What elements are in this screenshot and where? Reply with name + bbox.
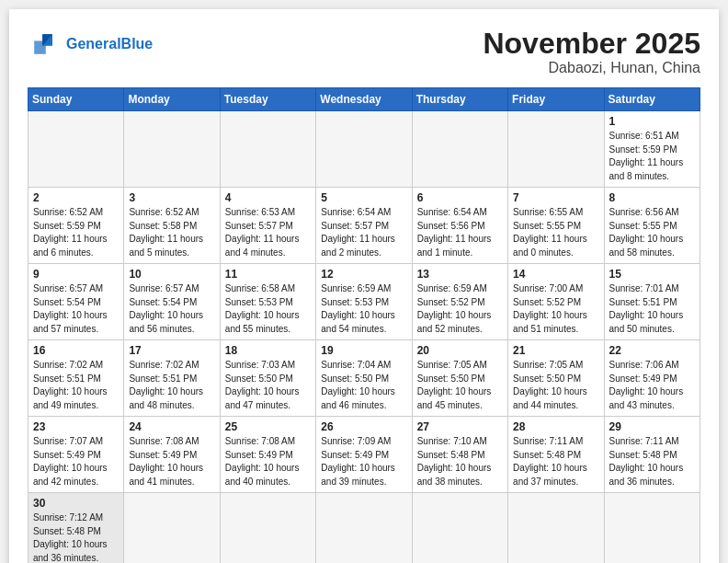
day-info: Sunrise: 7:02 AM Sunset: 5:51 PM Dayligh… bbox=[33, 359, 119, 412]
calendar-cell bbox=[124, 493, 220, 563]
day-info: Sunrise: 6:55 AM Sunset: 5:55 PM Dayligh… bbox=[513, 206, 598, 259]
day-info: Sunrise: 7:02 AM Sunset: 5:51 PM Dayligh… bbox=[129, 359, 214, 412]
weekday-header-wednesday: Wednesday bbox=[316, 88, 412, 111]
calendar-cell: 19Sunrise: 7:04 AM Sunset: 5:50 PM Dayli… bbox=[316, 340, 412, 417]
calendar-cell bbox=[316, 111, 412, 188]
calendar-cell bbox=[28, 111, 124, 188]
day-number: 26 bbox=[321, 420, 406, 433]
day-number: 17 bbox=[129, 344, 214, 357]
calendar-grid: SundayMondayTuesdayWednesdayThursdayFrid… bbox=[28, 87, 700, 563]
day-number: 15 bbox=[609, 268, 695, 281]
day-number: 27 bbox=[417, 420, 503, 433]
day-number: 4 bbox=[225, 191, 311, 204]
day-number: 7 bbox=[513, 191, 598, 204]
calendar-cell: 11Sunrise: 6:58 AM Sunset: 5:53 PM Dayli… bbox=[220, 264, 315, 340]
logo-blue: Blue bbox=[121, 36, 154, 52]
calendar-cell: 6Sunrise: 6:54 AM Sunset: 5:56 PM Daylig… bbox=[412, 188, 507, 264]
day-info: Sunrise: 7:03 AM Sunset: 5:50 PM Dayligh… bbox=[225, 359, 311, 412]
day-number: 5 bbox=[321, 191, 406, 204]
day-number: 11 bbox=[225, 268, 311, 281]
calendar-cell: 17Sunrise: 7:02 AM Sunset: 5:51 PM Dayli… bbox=[124, 340, 220, 417]
day-info: Sunrise: 7:04 AM Sunset: 5:50 PM Dayligh… bbox=[321, 359, 406, 412]
title-block: November 2025 Dabaozi, Hunan, China bbox=[483, 28, 700, 76]
location-title: Dabaozi, Hunan, China bbox=[483, 60, 700, 76]
calendar-cell bbox=[220, 493, 315, 563]
calendar-cell: 21Sunrise: 7:05 AM Sunset: 5:50 PM Dayli… bbox=[508, 340, 604, 417]
day-info: Sunrise: 6:54 AM Sunset: 5:57 PM Dayligh… bbox=[321, 206, 406, 259]
day-number: 24 bbox=[129, 420, 214, 433]
calendar-cell: 30Sunrise: 7:12 AM Sunset: 5:48 PM Dayli… bbox=[28, 493, 124, 563]
day-info: Sunrise: 7:09 AM Sunset: 5:49 PM Dayligh… bbox=[321, 435, 406, 488]
day-info: Sunrise: 7:11 AM Sunset: 5:48 PM Dayligh… bbox=[513, 435, 598, 488]
day-number: 8 bbox=[609, 191, 695, 204]
calendar-cell bbox=[604, 493, 700, 563]
logo-icon bbox=[28, 28, 61, 61]
calendar-cell: 1Sunrise: 6:51 AM Sunset: 5:59 PM Daylig… bbox=[604, 111, 700, 188]
day-number: 23 bbox=[33, 420, 119, 433]
weekday-header-saturday: Saturday bbox=[604, 88, 700, 111]
calendar-cell: 20Sunrise: 7:05 AM Sunset: 5:50 PM Dayli… bbox=[412, 340, 507, 417]
day-info: Sunrise: 7:08 AM Sunset: 5:49 PM Dayligh… bbox=[225, 435, 311, 488]
weekday-header-friday: Friday bbox=[508, 88, 604, 111]
day-number: 2 bbox=[33, 191, 119, 204]
calendar-cell: 14Sunrise: 7:00 AM Sunset: 5:52 PM Dayli… bbox=[508, 264, 604, 340]
calendar-cell bbox=[412, 111, 507, 188]
day-info: Sunrise: 6:58 AM Sunset: 5:53 PM Dayligh… bbox=[225, 282, 311, 336]
day-number: 19 bbox=[321, 344, 406, 357]
calendar-cell: 18Sunrise: 7:03 AM Sunset: 5:50 PM Dayli… bbox=[220, 340, 315, 417]
day-info: Sunrise: 7:01 AM Sunset: 5:51 PM Dayligh… bbox=[609, 282, 695, 336]
calendar-cell bbox=[316, 493, 412, 563]
day-info: Sunrise: 7:10 AM Sunset: 5:48 PM Dayligh… bbox=[417, 435, 503, 488]
weekday-header-thursday: Thursday bbox=[412, 88, 507, 111]
day-number: 14 bbox=[513, 268, 598, 281]
day-info: Sunrise: 7:05 AM Sunset: 5:50 PM Dayligh… bbox=[417, 359, 503, 412]
day-number: 10 bbox=[129, 268, 214, 281]
calendar-cell bbox=[508, 111, 604, 188]
day-number: 28 bbox=[513, 420, 598, 433]
day-number: 22 bbox=[609, 344, 695, 357]
calendar-cell bbox=[124, 111, 220, 188]
day-info: Sunrise: 6:56 AM Sunset: 5:55 PM Dayligh… bbox=[609, 206, 695, 259]
calendar-cell: 24Sunrise: 7:08 AM Sunset: 5:49 PM Dayli… bbox=[124, 417, 220, 493]
day-info: Sunrise: 7:00 AM Sunset: 5:52 PM Dayligh… bbox=[513, 282, 598, 336]
day-info: Sunrise: 7:08 AM Sunset: 5:49 PM Dayligh… bbox=[129, 435, 214, 488]
weekday-header-tuesday: Tuesday bbox=[220, 88, 315, 111]
calendar-cell: 5Sunrise: 6:54 AM Sunset: 5:57 PM Daylig… bbox=[316, 188, 412, 264]
calendar-cell: 3Sunrise: 6:52 AM Sunset: 5:58 PM Daylig… bbox=[124, 188, 220, 264]
day-number: 21 bbox=[513, 344, 598, 357]
day-number: 30 bbox=[33, 497, 119, 510]
calendar-cell: 22Sunrise: 7:06 AM Sunset: 5:49 PM Dayli… bbox=[604, 340, 700, 417]
day-info: Sunrise: 6:54 AM Sunset: 5:56 PM Dayligh… bbox=[417, 206, 503, 259]
day-number: 13 bbox=[417, 268, 503, 281]
calendar-cell: 16Sunrise: 7:02 AM Sunset: 5:51 PM Dayli… bbox=[28, 340, 124, 417]
calendar-cell: 8Sunrise: 6:56 AM Sunset: 5:55 PM Daylig… bbox=[604, 188, 700, 264]
day-number: 16 bbox=[33, 344, 119, 357]
calendar-cell: 29Sunrise: 7:11 AM Sunset: 5:48 PM Dayli… bbox=[604, 417, 700, 493]
calendar-cell bbox=[412, 493, 507, 563]
calendar-cell: 7Sunrise: 6:55 AM Sunset: 5:55 PM Daylig… bbox=[508, 188, 604, 264]
calendar-cell: 15Sunrise: 7:01 AM Sunset: 5:51 PM Dayli… bbox=[604, 264, 700, 340]
calendar-cell: 25Sunrise: 7:08 AM Sunset: 5:49 PM Dayli… bbox=[220, 417, 315, 493]
day-info: Sunrise: 6:51 AM Sunset: 5:59 PM Dayligh… bbox=[609, 130, 695, 183]
day-info: Sunrise: 6:57 AM Sunset: 5:54 PM Dayligh… bbox=[129, 282, 214, 336]
day-info: Sunrise: 6:52 AM Sunset: 5:58 PM Dayligh… bbox=[129, 206, 214, 259]
day-info: Sunrise: 6:59 AM Sunset: 5:52 PM Dayligh… bbox=[417, 282, 503, 336]
day-number: 3 bbox=[129, 191, 214, 204]
logo-text: GeneralBlue bbox=[66, 35, 153, 52]
calendar-cell: 28Sunrise: 7:11 AM Sunset: 5:48 PM Dayli… bbox=[508, 417, 604, 493]
day-info: Sunrise: 7:12 AM Sunset: 5:48 PM Dayligh… bbox=[33, 511, 119, 563]
calendar-cell: 12Sunrise: 6:59 AM Sunset: 5:53 PM Dayli… bbox=[316, 264, 412, 340]
weekday-header-monday: Monday bbox=[124, 88, 220, 111]
day-info: Sunrise: 7:07 AM Sunset: 5:49 PM Dayligh… bbox=[33, 435, 119, 488]
day-number: 18 bbox=[225, 344, 311, 357]
logo-general: General bbox=[66, 36, 121, 52]
day-info: Sunrise: 6:52 AM Sunset: 5:59 PM Dayligh… bbox=[33, 206, 119, 259]
month-title: November 2025 bbox=[483, 28, 700, 60]
calendar-cell bbox=[220, 111, 315, 188]
day-number: 20 bbox=[417, 344, 503, 357]
calendar-container: GeneralBlue November 2025 Dabaozi, Hunan… bbox=[9, 9, 719, 563]
calendar-cell: 10Sunrise: 6:57 AM Sunset: 5:54 PM Dayli… bbox=[124, 264, 220, 340]
weekday-header-sunday: Sunday bbox=[28, 88, 124, 111]
day-number: 9 bbox=[33, 268, 119, 281]
day-info: Sunrise: 7:05 AM Sunset: 5:50 PM Dayligh… bbox=[513, 359, 598, 412]
